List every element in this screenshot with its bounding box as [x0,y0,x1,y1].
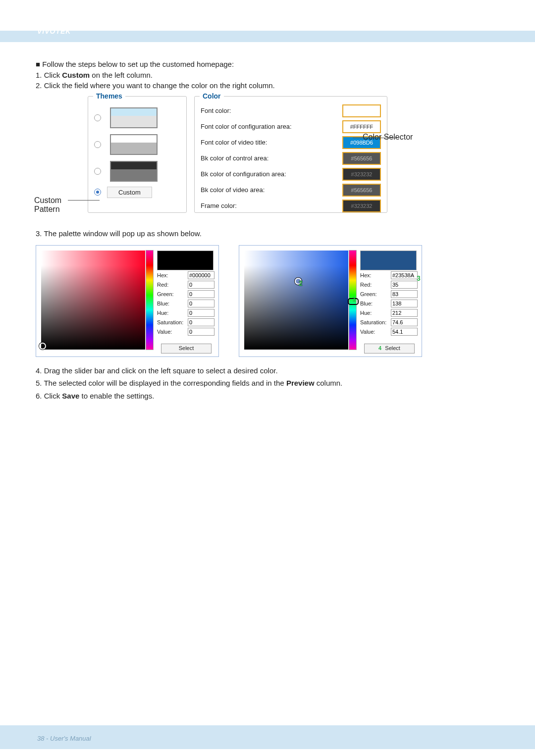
color-preview [157,251,214,270]
diagram-1: Themes [36,93,462,217]
custom-radio-label: Custom [107,187,152,198]
green-input[interactable] [391,290,418,298]
select-button[interactable]: Select [161,344,212,353]
intro-block: ■ Follow the steps below to set up the c… [36,59,500,91]
step-6: 6. Click Save to enable the settings. [36,391,500,401]
picker-ring-icon [39,343,46,350]
color-row: Font color: [201,104,381,117]
font-color-config-input[interactable] [342,120,381,133]
step-3: 3. The palette window will pop up as sho… [36,229,500,238]
page-footer: 38 - User's Manual [37,735,91,742]
color-row: Font color of configuration area: [201,120,381,133]
steps-4-6: 4. Drag the slider bar and click on the … [36,366,500,401]
palette-window-a: Hex: Red: Green: Blue: Hue: Saturation: … [36,245,219,357]
radio-icon[interactable] [94,168,101,175]
hue-input[interactable] [391,309,418,317]
font-color-input[interactable] [342,104,381,117]
color-row: Bk color of control area: [201,152,381,165]
theme-option-custom[interactable]: Custom [94,187,180,198]
marker-4: 4 [378,345,381,351]
header-band: VIVOTEK [0,0,535,47]
page: VIVOTEK ■ Follow the steps below to set … [0,0,535,756]
step-4: 4. Drag the slider bar and click on the … [36,366,500,376]
brand-logo: VIVOTEK [37,27,71,35]
sat-input[interactable] [188,318,214,326]
val-input[interactable] [391,328,418,336]
annotation-color-selector: Color Selector [363,133,413,142]
color-title: Color [200,92,224,100]
step-5: 5. The selected color will be displayed … [36,378,500,388]
page-content: ■ Follow the steps below to set up the c… [0,47,535,401]
palette-row: Hex: Red: Green: Blue: Hue: Saturation: … [36,245,500,357]
sat-input[interactable] [391,318,418,326]
theme-option-3[interactable] [94,161,180,182]
annotation-line [68,200,100,201]
hex-input[interactable] [391,271,418,279]
theme-swatch [110,134,158,155]
theme-swatch [110,161,158,182]
radio-icon[interactable] [94,141,101,148]
intro-bullet: ■ Follow the steps below to set up the c… [36,59,500,69]
palette-fields: Hex: Red: Green: Blue: Hue: Saturation: … [157,271,216,337]
step-1: 1. Click Custom on the left column. [36,70,500,80]
annotation-custom-pattern: Custom Pattern [34,196,69,214]
color-row: Bk color of video area: [201,184,381,197]
themes-fieldset: Themes [88,96,187,213]
frame-color-input[interactable] [342,200,381,212]
hex-input[interactable] [188,271,214,279]
color-row: Frame color: [201,200,381,212]
bk-color-control-input[interactable] [342,152,381,165]
palette-fields: Hex: Red: Green: Blue: Hue: Saturation: … [360,271,420,337]
color-fieldset: Color Font color: Font color of configur… [194,96,387,213]
marker-1: 1 [352,295,356,303]
select-button[interactable]: 4 Select [364,344,415,353]
green-input[interactable] [188,290,214,298]
step-2: 2. Click the field where you want to cha… [36,81,500,91]
bk-color-config-input[interactable] [342,168,381,181]
red-input[interactable] [188,281,214,289]
red-input[interactable] [391,281,418,289]
themes-title: Themes [93,92,125,100]
marker-3: 3 [417,274,421,282]
annotation-line [353,138,397,138]
blue-input[interactable] [391,300,418,307]
marker-2: 2 [299,279,303,287]
color-square[interactable] [244,251,348,350]
radio-icon[interactable] [94,189,101,196]
palette-window-b: Hex: Red: Green: Blue: Hue: Saturation: … [239,245,422,357]
radio-icon[interactable] [94,114,101,121]
hue-slider[interactable] [146,251,153,350]
val-input[interactable] [188,328,214,336]
color-preview [360,251,417,270]
color-row: Bk color of configuration area: [201,168,381,181]
blue-input[interactable] [188,300,214,307]
theme-option-2[interactable] [94,134,180,155]
hue-input[interactable] [188,309,214,317]
bk-color-video-input[interactable] [342,184,381,197]
color-square[interactable] [41,251,145,350]
theme-option-1[interactable] [94,107,180,128]
theme-swatch [110,107,158,128]
